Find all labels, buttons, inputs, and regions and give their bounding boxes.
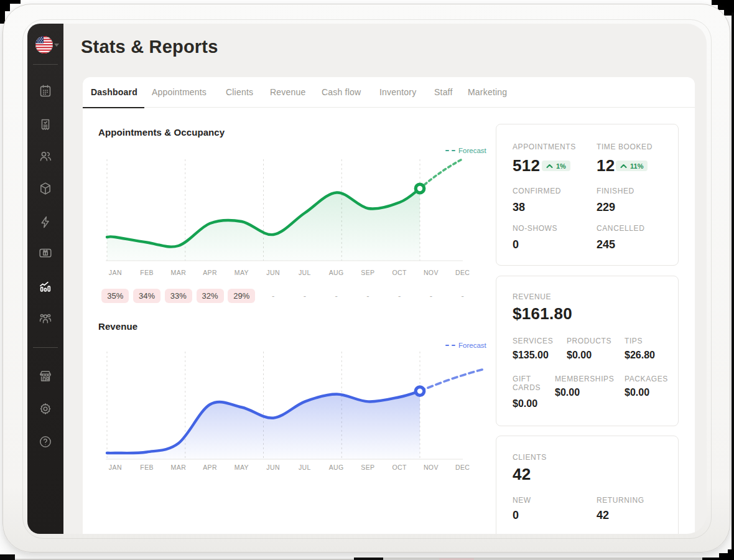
x-tick-label: MAR	[163, 269, 195, 276]
occupancy-cell: 35%	[100, 289, 131, 303]
occupancy-empty: -	[461, 291, 463, 301]
occupancy-empty: -	[366, 291, 369, 301]
occupancy-empty: -	[430, 291, 432, 301]
occupancy-chip: 34%	[133, 289, 160, 303]
chevron-down-icon	[54, 44, 59, 47]
x-tick-label: MAR	[163, 464, 195, 471]
stat-label: GIFT CARDS	[513, 375, 544, 392]
x-tick-label: SEP	[352, 464, 384, 471]
calendar-icon	[38, 83, 53, 98]
sidebar-item-store[interactable]	[38, 368, 53, 383]
occupancy-chip: 29%	[228, 289, 255, 303]
tab-appointments[interactable]: Appointments	[144, 77, 213, 108]
occupancy-cell: 32%	[194, 289, 226, 303]
x-tick-label: MAY	[226, 269, 258, 276]
app-screen: Stats & Reports DashboardAppointmentsCli…	[27, 24, 707, 534]
sidebar-item-help[interactable]	[38, 434, 53, 449]
main-card: DashboardAppointmentsClientsRevenueCash …	[83, 77, 695, 534]
tab-clients[interactable]: Clients	[218, 77, 260, 108]
storefront-icon	[38, 368, 53, 383]
stat-label: CLIENTS	[513, 453, 547, 462]
stat-label: PRODUCTS	[567, 337, 611, 345]
tab-marketing[interactable]: Marketing	[460, 77, 514, 108]
tab-cash-flow[interactable]: Cash flow	[314, 77, 368, 108]
stat-value: 38	[513, 201, 525, 214]
appointments-chart	[93, 154, 498, 262]
tab-staff[interactable]: Staff	[426, 77, 460, 108]
stat-value: 0	[513, 509, 519, 522]
x-tick-label: JUN	[258, 269, 289, 276]
x-tick-label: JUL	[289, 269, 321, 276]
stat-value: 229	[597, 201, 615, 214]
sidebar-item-stats-reports[interactable]	[38, 279, 53, 294]
sidebar-divider	[33, 347, 58, 348]
x-tick-label: JAN	[100, 464, 131, 471]
stat-value: $135.00	[513, 350, 549, 361]
x-tick-label: DEC	[447, 269, 478, 276]
x-tick-label: NOV	[416, 269, 447, 276]
section-title-revenue: Revenue	[98, 321, 137, 332]
stat-label: PACKAGES	[625, 375, 668, 383]
occupancy-cell: -	[447, 289, 478, 303]
x-tick-label: APR	[194, 269, 226, 276]
x-tick-label: JUL	[289, 464, 321, 471]
stat-label: RETURNING	[597, 496, 644, 505]
occupancy-cell: -	[320, 289, 352, 303]
occupancy-cell: 33%	[163, 289, 195, 303]
sidebar-item-clients[interactable]	[38, 149, 53, 164]
stat-label: CONFIRMED	[513, 187, 561, 195]
occupancy-cell: 29%	[226, 289, 258, 303]
stat-label: NEW	[513, 496, 531, 505]
stat-value: 42	[597, 509, 609, 522]
gear-icon	[38, 401, 53, 416]
stat-value: 512	[513, 156, 540, 175]
x-tick-label: JAN	[100, 269, 131, 276]
tab-dashboard[interactable]: Dashboard	[83, 77, 144, 108]
appointments-x-axis: JANFEBMARAPRMAYJUNJULAUGSEPOCTNOVDEC	[100, 269, 478, 276]
sidebar-item-settings[interactable]	[38, 401, 53, 416]
stat-label: APPOINTMENTS	[513, 142, 576, 151]
locale-switcher[interactable]	[35, 36, 59, 54]
sidebar-item-checkout[interactable]	[38, 117, 53, 132]
tab-revenue[interactable]: Revenue	[262, 77, 312, 108]
x-tick-label: OCT	[384, 464, 416, 471]
package-cube-icon	[38, 181, 53, 196]
x-tick-label: AUG	[320, 464, 352, 471]
sidebar-item-gift-cards[interactable]	[38, 245, 53, 260]
occupancy-empty: -	[335, 291, 337, 301]
section-title-appointments: Appointments & Occupancy	[98, 127, 225, 138]
tab-inventory[interactable]: Inventory	[371, 77, 423, 108]
page-title: Stats & Reports	[81, 37, 218, 57]
occupancy-cell: -	[384, 289, 416, 303]
stat-value: 12	[597, 156, 615, 175]
legend-label: Forecast	[458, 147, 486, 154]
x-tick-label: AUG	[320, 269, 352, 276]
clients-summary-card: CLIENTS42NEW0RETURNING42	[496, 436, 679, 534]
tablet-frame: Stats & Reports DashboardAppointmentsCli…	[2, 4, 730, 553]
stat-label: MEMBERSHIPS	[555, 375, 614, 383]
x-tick-label: APR	[194, 464, 226, 471]
occupancy-cell: -	[258, 289, 289, 303]
stat-value: 245	[597, 238, 615, 251]
trend-up-badge: 11%	[616, 161, 648, 171]
forecast-dash-icon	[445, 150, 455, 152]
occupancy-cell: -	[352, 289, 384, 303]
x-tick-label: JUN	[258, 464, 289, 471]
stat-label: REVENUE	[513, 292, 551, 301]
sidebar-divider	[33, 64, 58, 65]
revenue-chart	[93, 348, 498, 461]
receipt-icon	[38, 117, 53, 132]
x-tick-label: DEC	[447, 464, 478, 471]
sidebar-item-express[interactable]	[38, 215, 53, 230]
stat-label: NO-SHOWS	[513, 224, 557, 233]
stat-value: $161.80	[513, 304, 572, 324]
stat-value: $0.00	[625, 387, 649, 398]
sidebar-item-calendar[interactable]	[38, 83, 53, 98]
occupancy-chip: 35%	[101, 289, 129, 303]
occupancy-cell: 34%	[131, 289, 163, 303]
help-icon	[38, 434, 53, 449]
occupancy-chip: 33%	[165, 289, 192, 303]
sidebar-item-staff[interactable]	[38, 311, 53, 326]
x-tick-label: MAY	[226, 464, 258, 471]
sidebar-item-inventory[interactable]	[38, 181, 53, 196]
